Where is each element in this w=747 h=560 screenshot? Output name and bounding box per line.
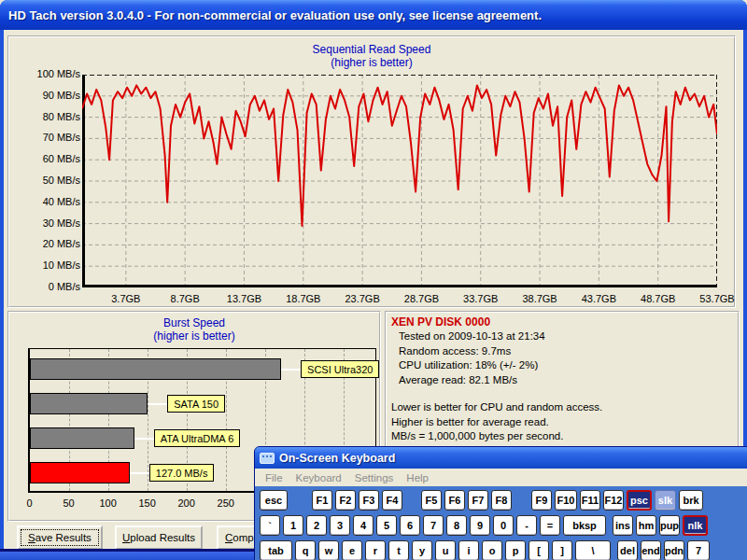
x-axis-label: 33.7GB xyxy=(451,293,511,304)
burst-chart-title: Burst Speed xyxy=(9,316,379,329)
burst-axis-number: 100 xyxy=(90,497,127,509)
x-axis-label: 48.7GB xyxy=(628,293,688,304)
x-axis-label: 18.7GB xyxy=(274,293,333,304)
key-F7[interactable]: F7 xyxy=(468,490,488,511)
disk-details: Tested on 2009-10-13 at 21:34Random acce… xyxy=(391,329,733,387)
key-tab[interactable]: tab xyxy=(260,540,292,560)
key-4[interactable]: 4 xyxy=(353,515,374,536)
key-8[interactable]: 8 xyxy=(446,515,467,536)
burst-axis-number: 0 xyxy=(11,497,49,509)
key-F2[interactable]: F2 xyxy=(335,490,356,511)
key-3[interactable]: 3 xyxy=(330,515,350,536)
burst-axis-number: 250 xyxy=(207,497,245,509)
osk-menubar: FileKeyboardSettingsHelp xyxy=(255,469,747,486)
seq-plot-area xyxy=(82,75,717,287)
osk-key-area: escF1F2F3F4F5F6F7F8F9F10F11F12pscslkbrk`… xyxy=(255,486,747,560)
bar-label: ATA UltraDMA 6 xyxy=(154,429,240,447)
disk-note-line: MB/s = 1,000,000 bytes per second. xyxy=(391,429,733,444)
key-F10[interactable]: F10 xyxy=(555,490,577,511)
key-spacer xyxy=(514,490,529,511)
key-i[interactable]: i xyxy=(458,540,479,560)
key-o[interactable]: o xyxy=(482,540,502,560)
key-1[interactable]: 1 xyxy=(283,515,303,536)
key-brk[interactable]: brk xyxy=(679,490,703,511)
key-bksp[interactable]: bksp xyxy=(563,515,606,536)
key-F3[interactable]: F3 xyxy=(359,490,379,511)
sequential-read-panel: Sequential Read Speed (higher is better)… xyxy=(7,35,736,308)
key-backslash[interactable]: \ xyxy=(575,540,611,560)
y-axis-label: 80 MB/s xyxy=(11,111,80,122)
key-7[interactable]: 7 xyxy=(423,515,444,536)
key-`[interactable]: ` xyxy=(260,515,280,536)
seq-read-chart xyxy=(82,75,717,287)
key-2[interactable]: 2 xyxy=(306,515,327,536)
burst-chart-subtitle: (higher is better) xyxy=(9,329,379,343)
hdtach-titlebar[interactable]: HD Tach version 3.0.4.0 - For non-commer… xyxy=(0,0,747,30)
key-q[interactable]: q xyxy=(295,540,316,560)
key-][interactable]: ] xyxy=(552,540,572,560)
key-hm[interactable]: hm xyxy=(636,515,656,536)
key-9[interactable]: 9 xyxy=(470,515,490,536)
key-r[interactable]: r xyxy=(365,540,386,560)
key-[[interactable]: [ xyxy=(529,540,549,560)
key-F6[interactable]: F6 xyxy=(444,490,465,511)
x-axis-label: 28.7GB xyxy=(391,293,451,304)
key-ins[interactable]: ins xyxy=(613,515,633,536)
x-axis-label: 8.7GB xyxy=(155,293,215,304)
key-slk[interactable]: slk xyxy=(655,490,676,511)
save-results-button[interactable]: Save Results xyxy=(17,525,103,550)
key-7[interactable]: 7 xyxy=(687,540,710,560)
key-F8[interactable]: F8 xyxy=(491,490,512,511)
menu-file[interactable]: File xyxy=(259,472,289,483)
menu-help[interactable]: Help xyxy=(400,472,435,483)
key-e[interactable]: e xyxy=(342,540,362,560)
key-F9[interactable]: F9 xyxy=(531,490,552,511)
key-t[interactable]: t xyxy=(388,540,409,560)
key-F11[interactable]: F11 xyxy=(580,490,600,511)
key-end[interactable]: end xyxy=(641,540,661,560)
key-y[interactable]: y xyxy=(412,540,432,560)
disk-name: XEN PV DISK 0000 xyxy=(391,315,733,329)
disk-note-line: Lower is better for CPU and random acces… xyxy=(391,400,733,415)
key-=[interactable]: = xyxy=(540,515,560,536)
hdtach-title-text: HD Tach version 3.0.4.0 - For non-commer… xyxy=(8,8,542,22)
key-F1[interactable]: F1 xyxy=(312,490,332,511)
key-w[interactable]: w xyxy=(318,540,339,560)
bar-connector xyxy=(281,369,301,371)
key-psc[interactable]: psc xyxy=(627,490,652,511)
key-nlk[interactable]: nlk xyxy=(683,515,708,536)
key-u[interactable]: u xyxy=(435,540,456,560)
key-6[interactable]: 6 xyxy=(400,515,420,536)
info-spacer xyxy=(391,387,733,400)
key-F4[interactable]: F4 xyxy=(382,490,402,511)
y-axis-label: 70 MB/s xyxy=(11,132,80,143)
key-0[interactable]: 0 xyxy=(493,515,514,536)
burst-bar xyxy=(30,358,281,380)
key-F12[interactable]: F12 xyxy=(603,490,624,511)
key-pdn[interactable]: pdn xyxy=(664,540,684,560)
burst-bar xyxy=(30,393,148,414)
key-F5[interactable]: F5 xyxy=(421,490,442,511)
key-pup[interactable]: pup xyxy=(659,515,680,536)
disk-note-line: Higher is better for average read. xyxy=(391,415,733,430)
menu-keyboard[interactable]: Keyboard xyxy=(289,472,348,483)
key-row: escF1F2F3F4F5F6F7F8F9F10F11F12pscslkbrk xyxy=(260,490,747,511)
burst-bar xyxy=(30,427,134,449)
bar-label: SATA 150 xyxy=(167,395,225,413)
key--[interactable]: - xyxy=(516,515,537,536)
key-esc[interactable]: esc xyxy=(260,490,288,511)
menu-settings[interactable]: Settings xyxy=(348,472,401,483)
key-p[interactable]: p xyxy=(505,540,526,560)
y-axis-label: 0 MB/s xyxy=(11,281,80,292)
key-spacer xyxy=(290,490,309,511)
osk-title-text: On-Screen Keyboard xyxy=(279,452,395,465)
key-spacer xyxy=(609,515,610,536)
bar-connector xyxy=(130,472,149,474)
disk-detail-line: CPU utilization: 18% (+/- 2%) xyxy=(391,358,733,373)
upload-results-button[interactable]: Upload Results xyxy=(115,525,203,550)
bar-connector xyxy=(134,438,154,440)
key-del[interactable]: del xyxy=(617,540,638,560)
key-5[interactable]: 5 xyxy=(376,515,397,536)
bar-connector xyxy=(148,403,167,405)
osk-titlebar[interactable]: On-Screen Keyboard xyxy=(255,447,747,469)
